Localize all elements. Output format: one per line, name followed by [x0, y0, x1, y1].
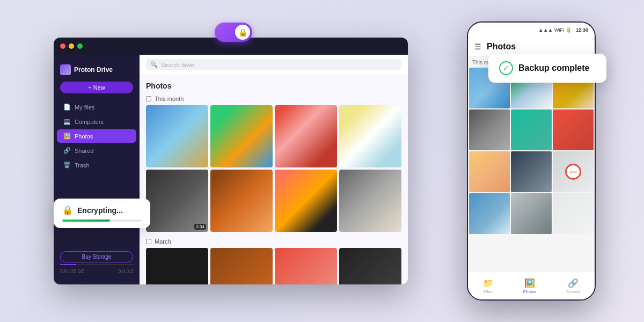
mobile-bottom-nav: 📁 Files 🖼️ Photos 🔗 Shared: [468, 272, 595, 299]
status-icons: ▲▲▲ WiFi 🔋: [538, 27, 572, 33]
main-content: 🔍 Search drive Photos This month 2:34: [140, 55, 408, 284]
sidebar-item-shared[interactable]: 🔗 Shared: [57, 144, 136, 157]
storage-bar: [60, 264, 133, 265]
mobile-photo-7[interactable]: [469, 151, 510, 192]
video-badge-1: 2:34: [194, 224, 206, 230]
photo-3[interactable]: [275, 105, 337, 167]
sidebar-item-photos[interactable]: 🖼️ Photos: [57, 129, 136, 143]
mobile-photo-8[interactable]: [511, 151, 552, 192]
sidebar-bottom: Buy Storage 5.6 / 25 GB 3.0.0.2: [54, 247, 140, 278]
photo-11[interactable]: [275, 248, 337, 284]
mobile-photo-12[interactable]: [553, 193, 594, 234]
new-button[interactable]: + New: [60, 82, 133, 93]
shared-icon: 🔗: [63, 147, 71, 154]
backup-toast: ✓ Backup complete: [488, 54, 606, 83]
encrypting-label: Encrypting...: [77, 206, 123, 215]
this-month-checkbox[interactable]: [146, 96, 151, 101]
mobile-photos-area: This month —: [468, 56, 595, 272]
sidebar-item-myfiles[interactable]: 📄 My files: [57, 100, 136, 114]
sidebar-item-computers[interactable]: 💻 Computers: [57, 115, 136, 128]
signal-icon: ▲▲▲: [538, 27, 553, 33]
brand-name: Proton Drive: [74, 66, 113, 74]
section-march-label: March: [146, 238, 401, 245]
mobile-photo-5[interactable]: [511, 109, 552, 150]
maximize-button[interactable]: [77, 43, 83, 49]
sidebar: Proton Drive + New 📄 My files 💻 Computer…: [54, 55, 140, 284]
nav-photos[interactable]: 🖼️ Photos: [523, 278, 537, 294]
photo-7[interactable]: [275, 170, 337, 232]
nav-shared[interactable]: 🔗 Shared: [566, 278, 580, 294]
encrypt-progress-fill: [62, 219, 110, 222]
photo-12[interactable]: [339, 248, 401, 284]
photo-8[interactable]: [339, 170, 401, 232]
encrypt-progress-bar: [62, 219, 142, 222]
brand: Proton Drive: [54, 61, 140, 82]
trash-icon: 🗑️: [63, 162, 71, 169]
nav-files[interactable]: 📁 Files: [483, 278, 494, 294]
photo-4[interactable]: [339, 105, 401, 167]
myfiles-icon: 📄: [63, 104, 71, 111]
battery-icon: 🔋: [566, 27, 572, 33]
mobile-photo-10[interactable]: [469, 193, 510, 234]
lock-toggle[interactable]: 🔒: [215, 23, 252, 42]
search-bar[interactable]: 🔍 Search drive: [146, 59, 401, 70]
computers-icon: 💻: [63, 118, 71, 125]
photo-5[interactable]: 2:34: [146, 170, 208, 232]
photo-6[interactable]: [210, 170, 273, 232]
minimize-button[interactable]: [69, 43, 74, 49]
app-body: Proton Drive + New 📄 My files 💻 Computer…: [54, 55, 408, 284]
sidebar-item-trash[interactable]: 🗑️ Trash: [57, 158, 136, 172]
nav-shared-label: Shared: [566, 289, 580, 294]
nav-photos-label: Photos: [523, 289, 537, 294]
photo-10[interactable]: 2:34: [210, 248, 273, 284]
mobile-photos-title: Photos: [487, 42, 516, 52]
photos-icon: 🖼️: [63, 133, 71, 140]
photo-1[interactable]: [146, 105, 208, 167]
photo-2[interactable]: [210, 105, 273, 167]
march-grid: 2:34: [146, 248, 401, 284]
hamburger-menu[interactable]: ☰: [474, 42, 481, 51]
search-placeholder: Search drive: [161, 62, 194, 68]
encrypt-icon: 🔒: [62, 205, 73, 215]
march-checkbox[interactable]: [146, 239, 151, 244]
mobile-photo-4[interactable]: [469, 109, 510, 150]
top-bar: 🔍 Search drive: [140, 55, 408, 75]
photos-title: Photos: [146, 82, 401, 90]
status-time: 12:30: [576, 27, 588, 33]
storage-bar-fill: [60, 264, 76, 265]
mobile-photo-6[interactable]: [553, 109, 594, 150]
mobile-photo-9[interactable]: —: [553, 151, 594, 192]
storage-used: 5.6 / 25 GB: [60, 268, 85, 274]
brand-icon: [60, 64, 71, 75]
this-month-grid: 2:34: [146, 105, 401, 232]
nav-shared-icon: 🔗: [568, 278, 579, 288]
lock-icon: 🔒: [235, 25, 250, 40]
sign-overlay: —: [553, 151, 594, 192]
nav-files-icon: 📁: [483, 278, 494, 288]
photo-9[interactable]: [146, 248, 208, 284]
desktop-app: Proton Drive + New 📄 My files 💻 Computer…: [54, 38, 408, 284]
storage-info: 5.6 / 25 GB 3.0.0.2: [60, 268, 133, 274]
nav-photos-icon: 🖼️: [524, 278, 535, 288]
search-icon: 🔍: [150, 61, 158, 68]
no-sign-icon: —: [565, 164, 581, 180]
nav-files-label: Files: [484, 289, 493, 294]
buy-storage-button[interactable]: Buy Storage: [60, 251, 133, 262]
close-button[interactable]: [60, 43, 65, 49]
app-version: 3.0.0.2: [118, 268, 133, 274]
backup-check-icon: ✓: [499, 61, 513, 75]
mobile-status-bar: ▲▲▲ WiFi 🔋 12:30: [468, 23, 595, 38]
backup-complete-label: Backup complete: [518, 63, 589, 73]
encrypting-title: 🔒 Encrypting...: [62, 205, 142, 215]
section-this-month-label: This month: [146, 96, 401, 102]
photos-area: Photos This month 2:34: [140, 75, 408, 284]
wifi-icon: WiFi: [554, 27, 564, 33]
mobile-photo-11[interactable]: [511, 193, 552, 234]
encrypting-toast: 🔒 Encrypting...: [54, 199, 150, 228]
mobile-photo-grid: —: [468, 68, 595, 234]
